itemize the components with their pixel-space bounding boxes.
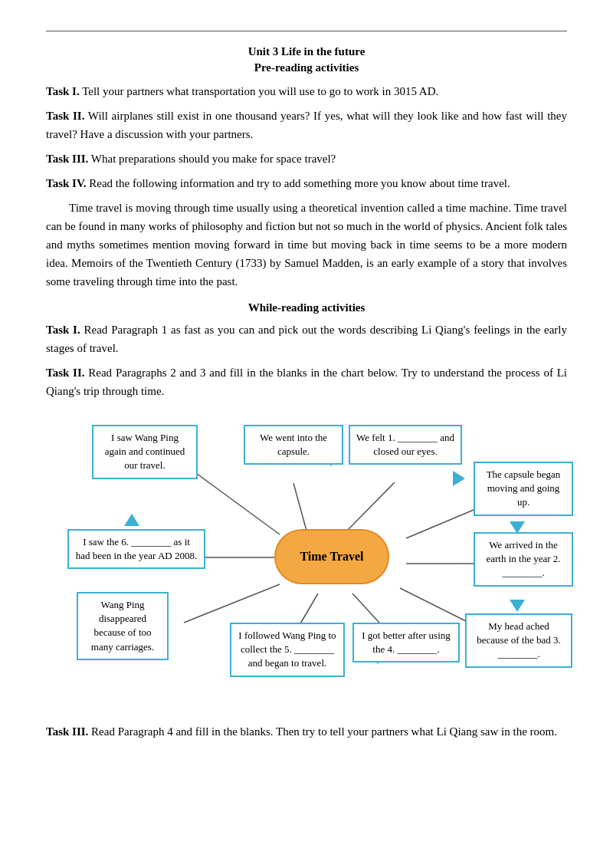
while-task-i-text: Read Paragraph 1 as fast as you can and … xyxy=(46,324,567,354)
while-task-i: Task I. Read Paragraph 1 as fast as you … xyxy=(46,321,567,357)
task-iv-label: Task IV. xyxy=(46,177,87,189)
task-iv: Task IV. Read the following information … xyxy=(46,174,567,192)
box4-text: The capsule began moving and going up. xyxy=(487,469,561,508)
mindmap-box-1: I saw Wang Ping again and continued our … xyxy=(92,425,198,479)
unit-title: Unit 3 Life in the future xyxy=(46,45,567,58)
svg-line-8 xyxy=(184,584,280,623)
svg-line-2 xyxy=(345,482,395,533)
box8-text: I followed Wang Ping to collect the 5. _… xyxy=(238,630,336,669)
main-paragraph: Time travel is moving through time usual… xyxy=(46,199,567,291)
box10-text: I saw the 6. ________ as it had been in … xyxy=(76,536,197,561)
section-title: Pre-reading activities xyxy=(46,61,567,74)
mindmap-box-3: We felt 1. ________ and closed our eyes. xyxy=(349,425,462,465)
box5-text: We arrived in the earth in the year 2. _… xyxy=(486,539,560,578)
section-title-text: Pre-reading activities xyxy=(254,61,359,74)
task-ii-label: Task II. xyxy=(46,110,84,122)
while-reading-title: While-reading activities xyxy=(46,301,567,314)
box3-text: We felt 1. ________ and closed our eyes. xyxy=(356,432,454,457)
box2-text: We went into the capsule. xyxy=(260,432,327,457)
task-iv-text: Read the following information and try t… xyxy=(89,177,510,189)
while-task-ii-label: Task II. xyxy=(46,367,85,379)
while-task-i-label: Task I. xyxy=(46,324,80,336)
arrow-4 xyxy=(510,600,525,612)
mindmap-box-8: I followed Wang Ping to collect the 5. _… xyxy=(230,623,345,677)
arrow-9 xyxy=(124,514,139,526)
while-reading-title-text: While-reading activities xyxy=(248,301,366,314)
mindmap-box-7: I got better after using the 4. ________… xyxy=(352,623,460,663)
task-ii: Task II. Will airplanes still exist in o… xyxy=(46,107,567,143)
task-ii-text: Will airplanes still exist in one thousa… xyxy=(46,110,567,140)
mindmap-box-10: I saw the 6. ________ as it had been in … xyxy=(67,529,205,569)
while-task-ii-text: Read Paragraphs 2 and 3 and fill in the … xyxy=(46,367,567,397)
task-i-text: Tell your partners what transportation y… xyxy=(82,85,438,97)
top-divider xyxy=(46,31,567,31)
mindmap-box-5: We arrived in the earth in the year 2. _… xyxy=(474,532,573,587)
box1-text: I saw Wang Ping again and continued our … xyxy=(105,432,185,471)
mindmap-center: Time Travel xyxy=(274,529,389,584)
while-task-ii: Task II. Read Paragraphs 2 and 3 and fil… xyxy=(46,363,567,400)
box6-text: My head ached because of the bad 3. ____… xyxy=(477,620,560,659)
mindmap-box-4: The capsule began moving and going up. xyxy=(474,462,573,516)
task3-label: Task III. xyxy=(46,725,88,738)
svg-line-1 xyxy=(293,483,306,531)
task-iii: Task III. What preparations should you m… xyxy=(46,150,567,168)
mindmap-box-6: My head ached because of the bad 3. ____… xyxy=(465,613,572,668)
task3: Task III. Read Paragraph 4 and fill in t… xyxy=(46,722,567,741)
unit-title-text: Unit 3 Life in the future xyxy=(248,45,366,58)
box7-text: I got better after using the 4. ________… xyxy=(362,630,451,655)
mindmap-box-2: We went into the capsule. xyxy=(244,425,343,465)
mindmap: Time Travel I saw Wang Ping again and co… xyxy=(46,416,567,707)
task-i: Task I. Tell your partners what transpor… xyxy=(46,82,567,100)
task-iii-text: What preparations should you make for sp… xyxy=(91,153,336,165)
svg-line-0 xyxy=(188,467,280,534)
center-label: Time Travel xyxy=(300,550,363,564)
mindmap-box-9: Wang Ping disappeared because of too man… xyxy=(77,592,169,660)
task3-text: Read Paragraph 4 and fill in the blanks.… xyxy=(91,725,557,738)
task-i-label: Task I. xyxy=(46,85,80,97)
arrow-2 xyxy=(453,471,465,486)
task-iii-label: Task III. xyxy=(46,153,88,165)
box9-text: Wang Ping disappeared because of too man… xyxy=(91,599,154,653)
